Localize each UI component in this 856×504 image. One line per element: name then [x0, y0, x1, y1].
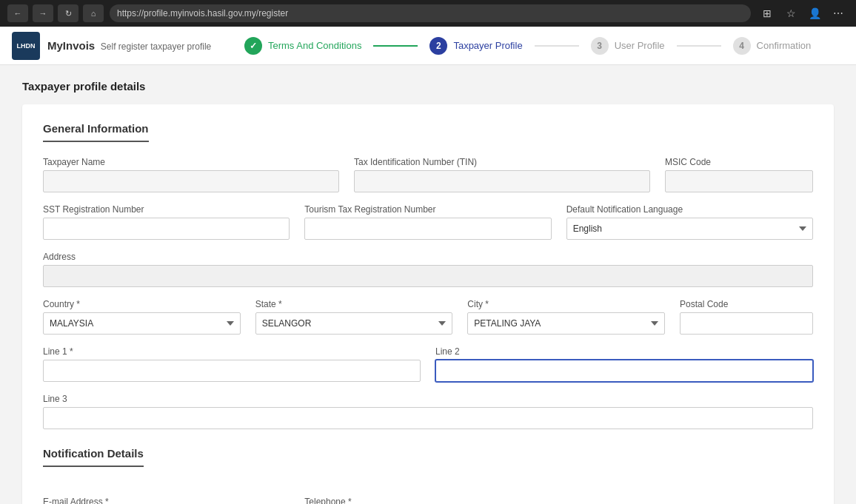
- telephone-group: Telephone *: [304, 497, 551, 504]
- step-2: 2 Taxpayer Profile: [418, 37, 534, 55]
- line2-input[interactable]: [435, 360, 813, 382]
- taxpayer-name-group: Taxpayer Name: [43, 157, 339, 192]
- extensions-button[interactable]: ⊞: [757, 4, 778, 22]
- step-connector-3: [677, 45, 721, 47]
- line3-label: Line 3: [43, 394, 813, 404]
- line1-group: Line 1 *: [43, 346, 421, 382]
- state-select[interactable]: SELANGOR KUALA LUMPUR PENANG JOHOR: [255, 312, 453, 335]
- step-connector-1: [373, 45, 418, 47]
- url-text: https://profile.myinvois.hasil.gov.my/re…: [117, 8, 288, 19]
- back-button[interactable]: ←: [7, 4, 28, 22]
- msic-code-group: MSIC Code: [665, 157, 813, 192]
- tourism-input[interactable]: [304, 218, 551, 240]
- home-button[interactable]: ⌂: [83, 4, 104, 22]
- taxpayer-name-input[interactable]: [43, 170, 339, 192]
- logo-icon: LHDN: [12, 32, 40, 60]
- forward-button[interactable]: →: [33, 4, 53, 22]
- step-4-label: Confirmation: [757, 40, 812, 51]
- city-select[interactable]: PETALING JAYA: [467, 312, 665, 335]
- browser-chrome: ← → ↻ ⌂ https://profile.myinvois.hasil.g…: [0, 0, 856, 27]
- msic-code-label: MSIC Code: [665, 157, 813, 167]
- address-bar[interactable]: https://profile.myinvois.hasil.gov.my/re…: [110, 4, 751, 22]
- address-group: Address: [43, 252, 813, 287]
- browser-nav-controls[interactable]: ← → ↻ ⌂: [7, 4, 104, 22]
- line2-group: Line 2: [435, 346, 813, 382]
- line2-label: Line 2: [435, 346, 813, 357]
- postal-code-group: Postal Code: [680, 299, 813, 335]
- step-3-circle: 3: [591, 37, 609, 55]
- page-title: Taxpayer profile details: [22, 80, 834, 93]
- progress-steps: ✓ Terms And Conditions 2 Taxpayer Profil…: [211, 37, 844, 55]
- taxpayer-name-label: Taxpayer Name: [43, 157, 339, 167]
- sst-label: SST Registration Number: [43, 204, 290, 215]
- sst-group: SST Registration Number: [43, 204, 290, 240]
- profile-button[interactable]: 👤: [804, 4, 825, 22]
- notification-lang-label: Default Notification Language: [566, 204, 813, 215]
- step-1-circle: ✓: [244, 37, 262, 55]
- reload-button[interactable]: ↻: [58, 4, 78, 22]
- step-4: 4 Confirmation: [721, 37, 823, 55]
- step-4-circle: 4: [733, 37, 751, 55]
- app-name: MyInvois: [47, 39, 95, 52]
- step-connector-2: [535, 45, 579, 47]
- postal-code-input[interactable]: [680, 312, 813, 335]
- row-address: Address: [43, 252, 813, 287]
- msic-code-input[interactable]: [665, 170, 813, 192]
- country-select[interactable]: MALAYSIA SINGAPORE OTHER: [43, 312, 241, 335]
- sst-input[interactable]: [43, 218, 290, 240]
- notification-details-section-title: Notification Details: [43, 447, 144, 467]
- more-button[interactable]: ⋯: [828, 4, 849, 22]
- favorites-button[interactable]: ☆: [780, 4, 801, 22]
- tourism-label: Tourism Tax Registration Number: [304, 204, 551, 215]
- line1-label: Line 1 *: [43, 346, 421, 357]
- general-information-section-title: General Information: [43, 122, 149, 142]
- state-group: State * SELANGOR KUALA LUMPUR PENANG JOH…: [255, 299, 453, 335]
- line1-input[interactable]: [43, 360, 421, 382]
- row-email-telephone: E-mail Address * Telephone *: [43, 497, 813, 504]
- tin-input[interactable]: [354, 170, 650, 192]
- row-line3: Line 3: [43, 394, 813, 429]
- line3-group: Line 3: [43, 394, 813, 429]
- city-label: City *: [467, 299, 665, 309]
- app-header: LHDN MyInvois Self register taxpayer pro…: [0, 27, 856, 65]
- country-group: Country * MALAYSIA SINGAPORE OTHER: [43, 299, 241, 335]
- tourism-group: Tourism Tax Registration Number: [304, 204, 551, 240]
- address-label: Address: [43, 252, 813, 262]
- tin-group: Tax Identification Number (TIN): [354, 157, 650, 192]
- step-2-label: Taxpayer Profile: [453, 40, 522, 51]
- country-label: Country *: [43, 299, 241, 309]
- row-taxpayer-tin-msic: Taxpayer Name Tax Identification Number …: [43, 157, 813, 192]
- logo-text-area: MyInvois Self register taxpayer profile: [47, 39, 211, 52]
- notification-lang-group: Default Notification Language English Ba…: [566, 204, 813, 240]
- step-2-circle: 2: [429, 37, 447, 55]
- row-line1-line2: Line 1 * Line 2: [43, 346, 813, 382]
- step-3-label: User Profile: [615, 40, 665, 51]
- city-group: City * PETALING JAYA: [467, 299, 665, 335]
- tin-label: Tax Identification Number (TIN): [354, 157, 650, 167]
- notification-lang-select[interactable]: English Bahasa Malaysia: [566, 218, 813, 240]
- address-input: [43, 265, 813, 287]
- form-card: General Information Taxpayer Name Tax Id…: [22, 104, 834, 504]
- email-label: E-mail Address *: [43, 497, 290, 504]
- step-1: ✓ Terms And Conditions: [233, 37, 373, 55]
- postal-code-label: Postal Code: [680, 299, 813, 309]
- state-label: State *: [255, 299, 453, 309]
- step-1-label: Terms And Conditions: [268, 40, 361, 51]
- row-country-state-city-postal: Country * MALAYSIA SINGAPORE OTHER State…: [43, 299, 813, 335]
- step-3: 3 User Profile: [579, 37, 677, 55]
- logo-area: LHDN MyInvois Self register taxpayer pro…: [12, 32, 211, 60]
- line3-input[interactable]: [43, 407, 813, 429]
- app-subtitle: Self register taxpayer profile: [101, 41, 211, 52]
- email-group: E-mail Address *: [43, 497, 290, 504]
- spacer-1: [566, 497, 813, 504]
- telephone-label: Telephone *: [304, 497, 551, 504]
- page-content: Taxpayer profile details General Informa…: [0, 65, 856, 504]
- row-sst-tourism-lang: SST Registration Number Tourism Tax Regi…: [43, 204, 813, 240]
- notification-section-divider: Notification Details: [43, 447, 813, 482]
- browser-action-buttons: ⊞ ☆ 👤 ⋯: [757, 4, 849, 22]
